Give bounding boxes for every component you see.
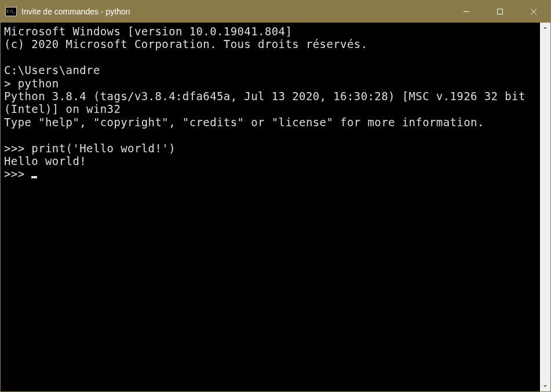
cursor (31, 176, 37, 178)
terminal-line: Hello world! (4, 155, 537, 167)
terminal-line: C:\Users\andre (4, 64, 537, 76)
chevron-up-icon (543, 25, 548, 30)
minimize-button[interactable] (450, 1, 483, 23)
minimize-icon (463, 8, 470, 15)
terminal-line: (c) 2020 Microsoft Corporation. Tous dro… (4, 38, 537, 50)
maximize-button[interactable] (483, 1, 517, 23)
terminal-line: > python (4, 77, 537, 90)
terminal-line: Python 3.8.4 (tags/v3.8.4:dfa645a, Jul 1… (4, 90, 537, 116)
terminal-line: Microsoft Windows [version 10.0.19041.80… (4, 25, 537, 38)
chevron-down-icon (543, 384, 548, 389)
close-button[interactable] (517, 1, 550, 23)
scroll-down-button[interactable] (540, 381, 550, 391)
terminal-line (4, 51, 537, 64)
window-titlebar[interactable]: Invite de commandes - python (1, 1, 550, 23)
window-title: Invite de commandes - python (21, 7, 450, 16)
scroll-up-button[interactable] (540, 23, 550, 33)
cmd-icon (5, 7, 17, 16)
terminal-line: Type "help", "copyright", "credits" or "… (4, 116, 537, 129)
svg-rect-1 (498, 9, 503, 14)
maximize-icon (497, 8, 503, 15)
vertical-scrollbar[interactable] (540, 23, 550, 391)
window-controls (450, 1, 550, 23)
close-icon (530, 8, 537, 15)
terminal-body: Microsoft Windows [version 10.0.19041.80… (1, 23, 550, 391)
command-prompt-window: Invite de commandes - python Microsoft W… (0, 0, 551, 392)
terminal-output[interactable]: Microsoft Windows [version 10.0.19041.80… (1, 23, 540, 391)
terminal-line (4, 129, 537, 141)
scroll-track[interactable] (540, 33, 550, 381)
terminal-line: >>> print('Hello world!') (4, 142, 537, 155)
terminal-line: >>> (4, 167, 537, 180)
